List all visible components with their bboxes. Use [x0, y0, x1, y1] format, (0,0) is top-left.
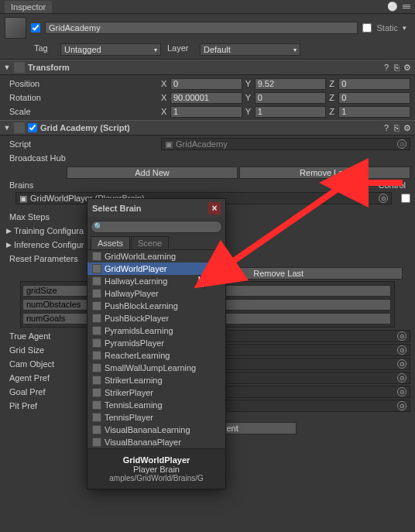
brain-asset-icon: [92, 326, 101, 335]
rotation-x-input[interactable]: [170, 92, 242, 104]
brain-asset-icon: [92, 425, 101, 434]
brain-picker-item[interactable]: TennisPlayer: [87, 411, 225, 424]
help-icon[interactable]: ?: [382, 123, 391, 132]
close-icon[interactable]: ×: [208, 202, 221, 215]
brain-asset-icon: [92, 413, 101, 422]
brain-control-checkbox[interactable]: [401, 194, 410, 203]
scale-y-input[interactable]: [255, 106, 327, 118]
control-label: Control: [379, 180, 406, 190]
y-label: Y: [245, 79, 253, 88]
brain-picker-item[interactable]: StrikerPlayer: [87, 386, 225, 399]
object-picker-icon[interactable]: ⊙: [397, 331, 406, 341]
brain-picker-item[interactable]: PyramidsPlayer: [87, 337, 225, 349]
inspector-tab[interactable]: Inspector: [5, 1, 52, 13]
tab-assets[interactable]: Assets: [91, 236, 130, 249]
script-value: GridAcademy: [176, 139, 228, 149]
popup-titlebar[interactable]: Select Brain ×: [87, 199, 225, 218]
broadcast-hub-label: Broadcast Hub: [5, 153, 159, 163]
add-new-button[interactable]: Add New: [67, 166, 238, 179]
foldout-icon[interactable]: ▶: [5, 227, 12, 235]
brain-picker-item[interactable]: TennisLearning: [87, 399, 225, 411]
foldout-icon[interactable]: ▼: [3, 124, 11, 132]
brain-asset-icon: [92, 252, 101, 261]
academy-body: Script ▣ GridAcademy ⊙ Broadcast Hub Add…: [0, 136, 415, 191]
preset-icon[interactable]: ⎘: [394, 63, 400, 72]
brain-picker-item[interactable]: StrikerLearning: [87, 374, 225, 386]
brain-asset-icon: [92, 376, 101, 385]
rotation-label: Rotation: [5, 93, 159, 102]
transform-header[interactable]: ▼ Transform ? ⎘ ⚙: [0, 60, 415, 75]
gameobject-enabled-checkbox[interactable]: [31, 23, 40, 33]
script-icon: [14, 122, 25, 133]
brain-picker-item[interactable]: GridWorldPlayer: [87, 263, 225, 275]
popup-title: Select Brain: [92, 204, 142, 213]
object-picker-icon[interactable]: ⊙: [379, 194, 388, 203]
brain-asset-icon: [92, 338, 101, 348]
brain-asset-icon: [92, 314, 101, 323]
layer-dropdown[interactable]: Default ▾: [200, 43, 300, 56]
brain-picker-item[interactable]: GridWorldLearning: [87, 250, 225, 263]
position-z-input[interactable]: [338, 78, 410, 90]
brain-picker-item[interactable]: VisualBananaLearning: [87, 424, 225, 436]
script-label: Script: [5, 139, 159, 149]
x-label: X: [161, 79, 169, 88]
brain-picker-item[interactable]: PushBlockLearning: [87, 300, 225, 312]
brain-picker-item-label: StrikerLearning: [105, 376, 163, 385]
tag-dropdown[interactable]: Untagged ▾: [60, 43, 161, 56]
foldout-icon[interactable]: ▶: [5, 241, 12, 249]
position-y-input[interactable]: [255, 78, 327, 90]
panel-menu-icon[interactable]: [403, 5, 410, 9]
help-icon[interactable]: ?: [382, 63, 391, 72]
foldout-icon[interactable]: ▼: [3, 63, 11, 71]
scale-x-input[interactable]: [170, 106, 242, 118]
brain-picker-item[interactable]: VisualBananaPlayer: [87, 436, 225, 448]
academy-enabled-checkbox[interactable]: [28, 123, 37, 132]
transform-icon: [14, 62, 25, 73]
lock-icon[interactable]: ⚪: [387, 2, 398, 12]
brain-picker-item-label: HallwayLearning: [105, 276, 167, 286]
tab-scene[interactable]: Scene: [131, 236, 169, 249]
rotation-z-input[interactable]: [338, 92, 410, 104]
brain-picker-item-label: PushBlockPlayer: [105, 314, 169, 323]
gameobject-name-input[interactable]: [45, 22, 358, 34]
brain-picker-item-label: TennisLearning: [105, 400, 163, 410]
brain-picker-item-label: VisualBananaPlayer: [105, 438, 181, 447]
brain-picker-item[interactable]: PushBlockPlayer: [87, 312, 225, 324]
object-picker-icon[interactable]: ⊙: [397, 345, 406, 355]
footer-name: GridWorldPlayer: [91, 455, 222, 465]
remove-last-button[interactable]: Remove Last: [239, 166, 410, 179]
gear-icon[interactable]: ⚙: [403, 123, 412, 132]
object-picker-icon[interactable]: ⊙: [397, 139, 406, 149]
object-picker-icon[interactable]: ⊙: [397, 387, 406, 396]
brain-asset-icon: [92, 351, 101, 360]
transform-body: Position X Y Z Rotation X Y Z Scale X Y …: [0, 75, 415, 120]
gameobject-icon[interactable]: [5, 17, 26, 39]
brain-picker-item-label: GridWorldPlayer: [105, 264, 167, 273]
gear-icon[interactable]: ⚙: [403, 63, 412, 72]
layer-label: Layer: [167, 43, 194, 56]
scale-z-input[interactable]: [338, 106, 410, 118]
object-picker-icon[interactable]: ⊙: [397, 373, 406, 383]
brain-asset-icon: [92, 388, 101, 397]
search-input[interactable]: [91, 221, 222, 233]
object-picker-icon[interactable]: ⊙: [397, 359, 406, 369]
academy-title: Grid Academy (Script): [40, 123, 379, 132]
brain-picker-item-label: TennisPlayer: [105, 413, 153, 422]
rotation-y-input[interactable]: [255, 92, 327, 104]
position-x-input[interactable]: [170, 78, 242, 90]
static-checkbox[interactable]: [362, 23, 372, 33]
preset-icon[interactable]: ⎘: [394, 123, 400, 132]
transform-title: Transform: [28, 63, 379, 72]
brains-label: Brains: [9, 180, 71, 190]
brain-picker-item[interactable]: SmallWallJumpLearning: [87, 362, 225, 374]
script-field: ▣ GridAcademy ⊙: [161, 138, 410, 150]
object-picker-icon[interactable]: ⊙: [397, 401, 406, 410]
brain-picker-item[interactable]: PyramidsLearning: [87, 324, 225, 337]
brain-picker-item-label: PushBlockLearning: [105, 301, 178, 311]
static-dropdown-icon[interactable]: ▾: [403, 24, 410, 32]
academy-header[interactable]: ▼ Grid Academy (Script) ? ⎘ ⚙: [0, 120, 415, 136]
brain-picker-item[interactable]: ReacherLearning: [87, 349, 225, 362]
csharp-icon: ▣: [165, 139, 173, 149]
brain-picker-item-label: SmallWallJumpLearning: [105, 363, 196, 372]
static-label: Static: [376, 23, 398, 33]
